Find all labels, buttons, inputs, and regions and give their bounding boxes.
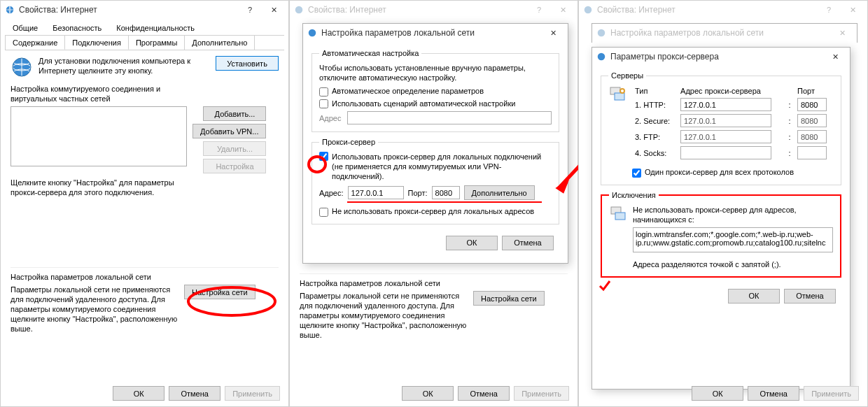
exceptions-group: Исключения Не использовать прокси-сервер… bbox=[601, 191, 841, 278]
srv-port-input bbox=[797, 146, 827, 159]
add-button[interactable]: Добавить... bbox=[203, 106, 266, 121]
exc-textarea[interactable] bbox=[633, 227, 833, 252]
bg-lan-dialog: Настройка параметров локальной сети ✕ bbox=[592, 23, 858, 43]
cb-bypass[interactable] bbox=[319, 208, 328, 217]
inet-icon bbox=[294, 5, 304, 15]
proxy-note: Щелкните кнопку "Настройка" для параметр… bbox=[10, 178, 192, 197]
close-button-2[interactable]: ✕ bbox=[551, 1, 575, 18]
f-cancel[interactable]: Отмена bbox=[458, 386, 510, 401]
cb-auto-label[interactable]: Автоматическое определение параметров bbox=[319, 87, 484, 95]
inet-props-window-1: Свойства: Интернет ? ✕ Общие Безопасност… bbox=[0, 0, 289, 407]
lan-settings-button[interactable]: Настройка сети bbox=[184, 285, 255, 299]
inet-icon bbox=[583, 5, 593, 15]
title-text-1: Свойства: Интернет bbox=[19, 5, 238, 15]
auto-config-group: Автоматическая настройка Чтобы использов… bbox=[312, 49, 559, 132]
proxy-addr-label: Адрес: bbox=[319, 188, 344, 198]
cb-useproxy-label[interactable]: Использовать прокси-сервер для локальных… bbox=[332, 152, 552, 181]
inet-icon bbox=[5, 5, 15, 15]
cb-bypass-label[interactable]: Не использовать прокси-сервер для локаль… bbox=[319, 207, 534, 215]
tab-privacy[interactable]: Конфиденциальность bbox=[108, 20, 202, 35]
cb-same[interactable] bbox=[632, 169, 641, 178]
cb-useproxy[interactable] bbox=[319, 152, 328, 161]
srv-port-input[interactable] bbox=[797, 98, 827, 111]
srv-type: 3. FTP: bbox=[632, 129, 678, 145]
cb-script[interactable] bbox=[319, 99, 328, 108]
tab-security[interactable]: Безопасность bbox=[45, 20, 109, 35]
inet-icon bbox=[596, 28, 606, 38]
titlebar-3: Свойства: Интернет ? ✕ bbox=[579, 1, 867, 19]
f3-cancel[interactable]: Отмена bbox=[748, 386, 799, 401]
tab-programs[interactable]: Программы bbox=[128, 35, 185, 50]
f-apply: Применить bbox=[514, 386, 569, 401]
srv-port-input bbox=[797, 114, 827, 127]
tab-content[interactable]: Содержание bbox=[5, 35, 65, 50]
servers-group: Серверы ТипАдрес прокси-сервераПорт 1. H… bbox=[601, 71, 841, 185]
inet-props-window-2: Свойства: Интернет ? ✕ Настройка парамет… bbox=[289, 0, 578, 407]
dlg-cancel[interactable]: Отмена bbox=[502, 236, 554, 250]
install-button[interactable]: Установить bbox=[216, 56, 279, 71]
proxy-legend: Прокси-сервер bbox=[319, 138, 378, 146]
proxy-port-input[interactable] bbox=[432, 186, 460, 199]
help-button-2[interactable]: ? bbox=[527, 1, 551, 18]
titlebar-1: Свойства: Интернет ? ✕ bbox=[1, 1, 288, 19]
exc-icon bbox=[609, 205, 629, 224]
srv-addr-input bbox=[680, 146, 771, 159]
proxy-dlg-close[interactable]: ✕ bbox=[823, 48, 847, 65]
help-button-3[interactable]: ? bbox=[817, 1, 841, 18]
exc-note: Адреса разделяются точкой с запятой (;). bbox=[633, 259, 833, 269]
title-text-3: Свойства: Интернет bbox=[597, 5, 817, 15]
cb-script-label[interactable]: Использовать сценарий автоматической нас… bbox=[319, 99, 515, 108]
lan-settings-dialog: Настройка параметров локальной сети ✕ Ав… bbox=[302, 23, 568, 264]
inet-icon bbox=[307, 28, 317, 38]
svg-rect-14 bbox=[615, 213, 625, 220]
bg-lan-header: Настройка параметров локальной сети bbox=[300, 278, 568, 288]
f-ok[interactable]: ОК bbox=[402, 386, 454, 401]
exc-legend: Исключения bbox=[609, 191, 659, 199]
col-port: Порт bbox=[794, 85, 834, 97]
proxy-addr-input[interactable] bbox=[348, 186, 404, 199]
globe-icon bbox=[10, 56, 33, 78]
srv-legend: Серверы bbox=[608, 71, 646, 80]
auto-legend: Автоматическая настройка bbox=[319, 49, 421, 57]
srv-addr-input bbox=[680, 114, 771, 127]
advanced-button[interactable]: Дополнительно bbox=[464, 185, 535, 200]
inet-icon bbox=[596, 52, 606, 62]
script-addr-label: Адрес bbox=[319, 113, 342, 123]
srv-type: 2. Secure: bbox=[632, 113, 678, 129]
cb-auto[interactable] bbox=[319, 87, 328, 97]
proxy-port-label: Порт: bbox=[408, 188, 428, 198]
connections-listbox[interactable] bbox=[10, 106, 187, 166]
apply-button: Применить bbox=[225, 386, 280, 401]
dlg-ok[interactable]: ОК bbox=[446, 236, 498, 250]
cancel-button[interactable]: Отмена bbox=[169, 386, 220, 401]
srv-addr-input bbox=[680, 130, 771, 143]
title-text-2: Свойства: Интернет bbox=[308, 5, 527, 15]
tab-advanced[interactable]: Дополнительно bbox=[184, 35, 255, 50]
proxy-ok[interactable]: ОК bbox=[728, 289, 780, 304]
close-button-1[interactable]: ✕ bbox=[262, 1, 286, 18]
srv-type: 1. HTTP: bbox=[632, 97, 678, 113]
lan-text: Параметры локальной сети не применяются … bbox=[10, 285, 178, 334]
proxy-cancel[interactable]: Отмена bbox=[784, 289, 836, 304]
tab-general[interactable]: Общие bbox=[5, 20, 46, 35]
ok-button[interactable]: ОК bbox=[113, 386, 164, 401]
svg-point-9 bbox=[598, 29, 606, 37]
lan-header: Настройка параметров локальной сети bbox=[10, 272, 279, 282]
red-underline-annotation bbox=[347, 201, 542, 203]
col-addr: Адрес прокси-сервера bbox=[678, 85, 786, 97]
dial-label: Настройка коммутируемого соединения и ви… bbox=[10, 84, 200, 103]
f3-apply: Применить bbox=[804, 386, 859, 401]
close-button-3[interactable]: ✕ bbox=[841, 1, 864, 18]
cb-same-label[interactable]: Один прокси-сервер для всех протоколов bbox=[632, 168, 794, 176]
help-button-1[interactable]: ? bbox=[238, 1, 262, 18]
bg-lan-text: Параметры локальной сети не применяются … bbox=[300, 291, 468, 340]
add-vpn-button[interactable]: Добавить VPN... bbox=[192, 124, 266, 138]
f3-ok[interactable]: ОК bbox=[692, 386, 743, 401]
bg-lan-button[interactable]: Настройка сети bbox=[473, 291, 545, 306]
setup-text: Для установки подключения компьютера к И… bbox=[38, 56, 210, 76]
tab-connections[interactable]: Подключения bbox=[64, 35, 129, 50]
proxy-params-dialog: Параметры прокси-сервера ✕ Серверы ТипАд… bbox=[592, 47, 850, 390]
srv-addr-input[interactable] bbox=[680, 98, 771, 111]
svg-point-8 bbox=[584, 6, 592, 14]
dlg-close[interactable]: ✕ bbox=[541, 24, 565, 41]
